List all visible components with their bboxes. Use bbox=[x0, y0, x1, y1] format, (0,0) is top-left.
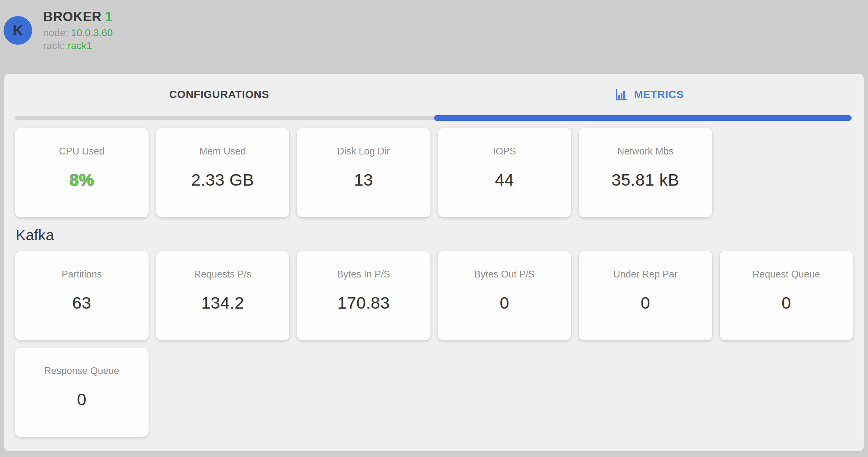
page-title: BROKER1 bbox=[43, 9, 113, 24]
broker-id: 1 bbox=[105, 9, 113, 24]
metrics-content: CPU Used 8% Mem Used 2.33 GB Disk Log Di… bbox=[4, 121, 864, 437]
metric-card-partitions: Partitions 63 bbox=[15, 251, 149, 340]
metric-value: 0 bbox=[579, 293, 712, 313]
metric-label: Network Mbs bbox=[579, 146, 712, 157]
broker-title-label: BROKER bbox=[43, 9, 101, 24]
metric-label: Bytes Out P/S bbox=[438, 269, 572, 280]
rack-label: rack: bbox=[43, 40, 65, 51]
metric-label: Response Queue bbox=[15, 365, 149, 377]
node-label: node: bbox=[43, 27, 68, 38]
bar-chart-icon bbox=[614, 87, 628, 102]
metric-label: Partitions bbox=[15, 269, 149, 280]
tab-bar: CONFIGURATIONS METRICS bbox=[4, 74, 864, 115]
rack-line: rack: rack1 bbox=[43, 40, 113, 52]
metric-label: CPU Used bbox=[15, 146, 149, 157]
metric-value: 0 bbox=[720, 293, 853, 313]
metric-card-disk-log-dir: Disk Log Dir 13 bbox=[297, 128, 430, 217]
metric-card-requests-ps: Requests P/s 134.2 bbox=[156, 251, 290, 340]
tab-indicator-active bbox=[434, 115, 852, 121]
metric-card-bytes-in: Bytes In P/S 170.83 bbox=[297, 251, 430, 340]
metric-card-bytes-out: Bytes Out P/S 0 bbox=[438, 251, 572, 340]
node-line: node: 10.0.3.60 bbox=[43, 27, 113, 39]
metric-label: Disk Log Dir bbox=[297, 146, 430, 157]
metric-value: 63 bbox=[15, 293, 149, 313]
broker-detail-panel: CONFIGURATIONS METRICS CPU Used 8% bbox=[4, 74, 864, 451]
metric-value: 170.83 bbox=[297, 293, 430, 313]
metric-card-response-queue: Response Queue 0 bbox=[15, 348, 149, 437]
metric-value: 0 bbox=[438, 293, 572, 313]
metric-label: Requests P/s bbox=[156, 269, 290, 280]
broker-metrics-row: CPU Used 8% Mem Used 2.33 GB Disk Log Di… bbox=[15, 128, 853, 217]
metric-value: 0 bbox=[15, 389, 149, 409]
metric-card-under-rep-par: Under Rep Par 0 bbox=[579, 251, 712, 340]
metric-value: 35.81 kB bbox=[579, 170, 712, 190]
tab-metrics[interactable]: METRICS bbox=[434, 87, 864, 102]
tab-configurations[interactable]: CONFIGURATIONS bbox=[4, 88, 434, 100]
metric-card-mem-used: Mem Used 2.33 GB bbox=[156, 128, 290, 217]
broker-header-text: BROKER1 node: 10.0.3.60 rack: rack1 bbox=[43, 9, 113, 52]
tab-metrics-label: METRICS bbox=[634, 88, 684, 100]
tab-indicator-inactive bbox=[15, 116, 434, 120]
metric-card-cpu-used: CPU Used 8% bbox=[15, 128, 149, 217]
metric-label: Under Rep Par bbox=[579, 269, 712, 280]
metric-value: 8% bbox=[15, 170, 149, 190]
metric-card-network-mbs: Network Mbs 35.81 kB bbox=[579, 128, 712, 217]
metric-label: Mem Used bbox=[156, 146, 290, 157]
metric-card-iops: IOPS 44 bbox=[438, 128, 572, 217]
node-value: 10.0.3.60 bbox=[71, 27, 113, 38]
metric-value: 13 bbox=[297, 170, 430, 190]
tab-configurations-label: CONFIGURATIONS bbox=[169, 88, 269, 100]
kafka-section-title: Kafka bbox=[16, 227, 853, 244]
broker-header: K BROKER1 node: 10.0.3.60 rack: rack1 bbox=[0, 0, 868, 74]
metric-label: IOPS bbox=[438, 146, 572, 157]
metric-label: Bytes In P/S bbox=[297, 269, 430, 280]
metric-value: 134.2 bbox=[156, 293, 290, 313]
metric-label: Request Queue bbox=[720, 269, 853, 280]
metric-card-request-queue: Request Queue 0 bbox=[720, 251, 853, 340]
kafka-metrics-grid: Partitions 63 Requests P/s 134.2 Bytes I… bbox=[15, 251, 853, 437]
metric-value: 44 bbox=[438, 170, 572, 190]
avatar: K bbox=[4, 16, 32, 45]
tab-indicator-track bbox=[4, 115, 864, 121]
metric-value: 2.33 GB bbox=[156, 170, 290, 190]
rack-value: rack1 bbox=[68, 40, 92, 51]
